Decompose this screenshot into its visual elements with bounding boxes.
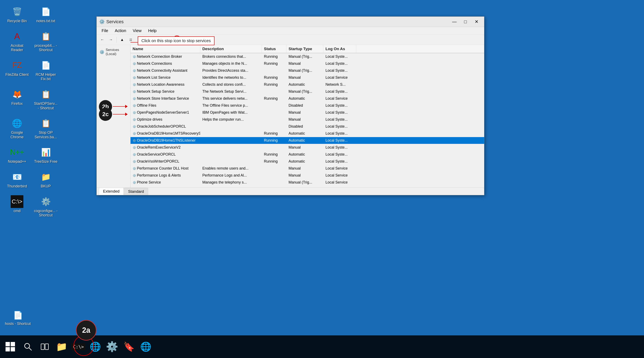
desktop-icon-label: TreeSize Free xyxy=(34,159,57,164)
firefox-icon: 🦊 xyxy=(11,88,24,101)
service-startup-cell: Automatic xyxy=(286,82,324,88)
service-name-cell: ⚙️ Network Location Awareness xyxy=(130,82,200,88)
tab-extended[interactable]: Extended xyxy=(99,188,124,195)
desktop-icon-chrome[interactable]: 🌐 Google Chrome xyxy=(4,116,30,140)
service-logon-cell: Local Service xyxy=(324,172,356,178)
taskbar: 📁 C:\> 🌐 ⚙️ 🔖 🌐 xyxy=(0,335,644,358)
table-row[interactable]: ⚙️ OracleRemExecServiceV2 Manual Local S… xyxy=(130,144,484,151)
desktop-icon-startop[interactable]: 📋 StartOPServ... - Shortcut xyxy=(32,87,59,112)
desktop-icon-acrobat[interactable]: A Acrobat Reader xyxy=(4,29,30,54)
desktop-icon-thunderbird[interactable]: 📧 Thunderbird xyxy=(4,169,30,190)
window-titlebar: ⚙️ Services — □ ✕ xyxy=(97,17,484,27)
service-startup-cell: Manual xyxy=(286,61,324,67)
service-name-cell: ⚙️ Network Connectivity Assistant xyxy=(130,68,200,74)
desktop-icon-rcm[interactable]: 📄 RCM Helper Fix.txt xyxy=(32,58,59,83)
desktop-icon-procexp[interactable]: 📋 procexp64... - Shortcut xyxy=(32,29,59,54)
col-header-logon[interactable]: Log On As xyxy=(324,45,356,53)
desktop-icon-firefox[interactable]: 🦊 Firefox xyxy=(4,87,30,112)
taskbar-services-gear[interactable]: ⚙️ xyxy=(105,339,120,354)
search-icon xyxy=(24,342,32,351)
service-status-cell: Running xyxy=(262,96,286,102)
table-row[interactable]: ⚙️ OracleOraDB19Home1TNSListener Running… xyxy=(130,137,484,144)
table-row[interactable]: ⚙️ OracleServiceOPORCL Running Automatic… xyxy=(130,151,484,158)
table-row[interactable]: ⚙️ Optimize drives Helps the computer ru… xyxy=(130,116,484,123)
service-startup-cell: Manual (Trig... xyxy=(286,54,324,60)
service-status-cell: Running xyxy=(262,158,286,164)
taskbar-browser[interactable]: 🌐 xyxy=(138,339,153,354)
col-header-name[interactable]: Name xyxy=(130,45,200,53)
forward-button[interactable]: → xyxy=(107,36,115,44)
desktop-icon-recycle-bin[interactable]: 🗑️ Recycle Bin xyxy=(4,4,30,25)
service-desc-cell: Identifies the networks to... xyxy=(200,75,262,81)
desktop-icon-notes[interactable]: 📄 notes.txt.txt xyxy=(32,4,59,25)
service-logon-cell: Local Service xyxy=(324,75,356,81)
col-header-startup[interactable]: Startup Type xyxy=(286,45,324,53)
taskbar-task-view[interactable] xyxy=(37,339,52,354)
table-row[interactable]: ⚙️ Network Store Interface Service This … xyxy=(130,95,484,102)
maximize-button[interactable]: □ xyxy=(460,18,470,26)
service-gear-icon: ⚙️ xyxy=(132,118,136,121)
service-startup-cell: Automatic xyxy=(286,130,324,136)
close-button[interactable]: ✕ xyxy=(472,18,482,26)
table-row[interactable]: ⚙️ Network Connectivity Assistant Provid… xyxy=(130,67,484,74)
col-header-desc[interactable]: Description xyxy=(200,45,262,53)
tab-standard[interactable]: Standard xyxy=(124,188,148,195)
svg-rect-1 xyxy=(6,342,10,346)
service-status-cell xyxy=(262,175,286,176)
service-gear-icon: ⚙️ xyxy=(132,174,136,177)
desktop-icon-label: Notepad++ xyxy=(8,159,26,164)
menu-action[interactable]: Action xyxy=(112,28,129,34)
taskbar-search[interactable] xyxy=(20,339,35,354)
service-name-cell: ⚙️ Network Store Interface Service xyxy=(130,96,200,102)
badge-2c-arrow xyxy=(113,113,128,116)
service-logon-cell: Local Syste... xyxy=(324,61,356,67)
desktop-icon-cogconfig[interactable]: ⚙️ cogconfigw... - Shortcut xyxy=(32,194,59,219)
taskbar-bookmark[interactable]: 🔖 xyxy=(122,339,136,354)
sidebar-services-local[interactable]: ⚙️ Services (Local) xyxy=(98,47,129,57)
table-row[interactable]: ⚙️ Phone Service Manages the telephony s… xyxy=(130,179,484,186)
minimize-button[interactable]: — xyxy=(449,18,460,26)
table-row[interactable]: ⚙️ Offline Files The Offline Files servi… xyxy=(130,102,484,109)
service-desc-cell: Helps the computer run... xyxy=(200,116,262,122)
menu-view[interactable]: View xyxy=(130,28,144,34)
desktop-icon-label: Firefox xyxy=(11,102,22,106)
service-gear-icon: ⚙️ xyxy=(132,139,136,142)
desktop-icon-cmd[interactable]: C:\> cmd xyxy=(4,194,30,219)
svg-rect-7 xyxy=(41,344,44,349)
table-row[interactable]: ⚙️ Network Setup Service The Network Set… xyxy=(130,88,484,95)
desktop-icons-grid: 🗑️ Recycle Bin 📄 notes.txt.txt A Acrobat… xyxy=(4,4,59,219)
table-row[interactable]: ⚙️ OracleVssWriterOPORCL Running Automat… xyxy=(130,158,484,165)
desktop-icon-hosts[interactable]: 📄 hosts - Shortcut xyxy=(4,308,32,327)
table-row[interactable]: ⚙️ Network Connection Broker Brokers con… xyxy=(130,53,484,60)
desktop-icon-label: Google Chrome xyxy=(5,130,29,139)
window-title-area: ⚙️ Services xyxy=(99,19,124,25)
table-row[interactable]: ⚙️ Performance Counter DLL Host Enables … xyxy=(130,165,484,172)
desktop-icon-notepadpp[interactable]: N++ Notepad++ xyxy=(4,145,30,165)
up-button[interactable]: ▲ xyxy=(118,36,126,44)
col-header-status[interactable]: Status xyxy=(262,45,286,53)
taskbar-explorer[interactable]: 📁 xyxy=(54,339,69,354)
service-startup-cell: Manual (Trig... xyxy=(286,89,324,95)
service-status-cell xyxy=(262,126,286,127)
menu-help[interactable]: Help xyxy=(145,28,160,34)
desktop-icon-treesize[interactable]: 📊 TreeSize Free xyxy=(32,145,59,165)
table-row[interactable]: ⚙️ Plug and Play Enables a computer to r… xyxy=(130,186,484,188)
menu-file[interactable]: File xyxy=(99,28,111,34)
desktop-icon-filezilla[interactable]: FZ FileZilla Client xyxy=(4,58,30,83)
start-button-taskbar[interactable] xyxy=(2,338,18,355)
table-row[interactable]: ⚙️ OracleOraDB19Home1MTSRecoveryService … xyxy=(130,130,484,137)
browser-icon: 🌐 xyxy=(140,341,152,352)
back-button[interactable]: ← xyxy=(98,36,106,44)
desktop-icon-bkup[interactable]: 📁 BKUP xyxy=(32,169,59,190)
chrome-icon: 🌐 xyxy=(11,117,24,130)
desktop-icon-stopop[interactable]: 📋 Stop OP Services.ba... xyxy=(32,116,59,140)
table-row[interactable]: ⚙️ Network Location Awareness Collects a… xyxy=(130,81,484,88)
table-row[interactable]: ⚙️ OracleJobSchedulerOPORCL Disabled Loc… xyxy=(130,123,484,130)
table-row[interactable]: ⚙️ Network Connections Manages objects i… xyxy=(130,60,484,67)
table-row[interactable]: ⚙️ Network List Service Identifies the n… xyxy=(130,74,484,81)
service-gear-icon: ⚙️ xyxy=(132,167,136,170)
table-row[interactable]: ⚙️ Performance Logs & Alerts Performance… xyxy=(130,172,484,179)
table-row[interactable]: ⚙️ OpenPagesNodeServerServer1 IBM OpenPa… xyxy=(130,109,484,116)
service-startup-cell: Manual xyxy=(286,116,324,122)
service-gear-icon: ⚙️ xyxy=(132,83,136,86)
